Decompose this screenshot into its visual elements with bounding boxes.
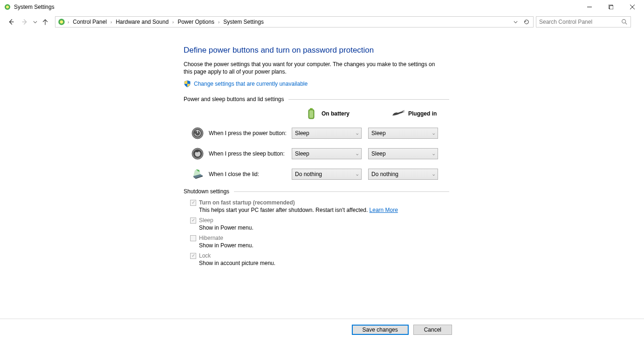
checkbox-label: Sleep [199,217,213,224]
setting-row-power-button: When I press the power button: Sleep⌵ Sl… [184,127,449,140]
plug-icon [391,107,404,120]
select-power-plugged[interactable]: Sleep⌵ [368,128,438,139]
column-header-plugged: Plugged in [391,107,437,120]
page-heading: Define power buttons and turn on passwor… [184,46,452,55]
cancel-button[interactable]: Cancel [413,325,452,335]
breadcrumb-separator[interactable]: › [67,20,70,25]
checkbox-label: Lock [199,252,211,259]
chevron-down-icon: ⌵ [432,151,435,156]
refresh-button[interactable] [521,17,532,27]
forward-button[interactable] [18,15,31,28]
setting-label: When I close the lid: [209,171,292,177]
setting-label: When I press the power button: [209,130,292,136]
column-header-label: Plugged in [408,110,437,117]
checkbox[interactable] [190,235,196,241]
footer: Save changes Cancel [0,319,644,340]
checkbox-description: Show in Power menu. [199,224,449,231]
column-header-battery: On battery [305,107,349,120]
checkbox-description: Show in account picture menu. [199,260,449,266]
breadcrumb-item[interactable]: System Settings [220,19,267,25]
checkbox-row-lock: Lock Show in account picture menu. [190,252,449,266]
svg-rect-16 [309,110,313,118]
power-icon [191,127,204,140]
chevron-down-icon: ⌵ [356,131,358,136]
column-header-label: On battery [322,110,349,117]
shield-icon [184,80,191,88]
checkbox-row-sleep: Sleep Show in Power menu. [190,217,449,231]
content-area: Define power buttons and turn on passwor… [0,30,452,266]
checkbox-row-hibernate: Hibernate Show in Power menu. [190,235,449,249]
breadcrumb-item[interactable]: Hardware and Sound [113,19,171,25]
up-button[interactable] [39,15,52,28]
breadcrumb-separator[interactable]: › [171,20,175,25]
breadcrumb-separator[interactable]: › [217,20,220,25]
chevron-down-icon: ⌵ [356,151,358,156]
chevron-down-icon[interactable] [514,20,521,24]
setting-row-lid: When I close the lid: Do nothing⌵ Do not… [184,168,449,181]
search-icon[interactable] [621,19,628,25]
maximize-button[interactable] [600,0,622,14]
recent-locations-button[interactable] [32,17,38,27]
admin-link[interactable]: Change settings that are currently unava… [194,81,308,87]
svg-point-11 [60,20,63,24]
breadcrumb-separator[interactable]: › [110,20,113,25]
select-lid-plugged[interactable]: Do nothing⌵ [368,169,438,180]
svg-rect-4 [610,6,613,9]
chevron-down-icon: ⌵ [432,131,435,136]
section-title: Shutdown settings [184,188,229,195]
save-button[interactable]: Save changes [352,325,409,335]
checkbox-row-fast-startup: Turn on fast startup (recommended) This … [190,199,449,213]
checkbox[interactable] [190,200,196,206]
control-panel-icon [57,18,66,26]
checkbox-label: Turn on fast startup (recommended) [199,199,295,206]
breadcrumb-item[interactable]: Power Options [175,19,217,25]
sleep-icon [191,147,204,160]
checkbox-label: Hibernate [199,235,223,241]
setting-label: When I press the sleep button: [209,150,292,157]
titlebar: System Settings [0,0,644,14]
divider [234,191,449,192]
svg-point-1 [6,6,9,8]
checkbox[interactable] [190,218,196,224]
navbar: › Control Panel › Hardware and Sound › P… [0,14,644,30]
svg-line-17 [402,110,404,111]
app-icon [4,3,11,11]
checkbox[interactable] [190,253,196,259]
window-title: System Settings [14,4,579,10]
checkbox-description: This helps start your PC faster after sh… [199,207,449,213]
select-sleep-plugged[interactable]: Sleep⌵ [368,148,438,159]
select-lid-battery[interactable]: Do nothing⌵ [292,169,362,180]
section-title: Power and sleep buttons and lid settings [184,96,284,102]
battery-icon [305,107,318,120]
search-box[interactable] [536,16,631,27]
address-bar[interactable]: › Control Panel › Hardware and Sound › P… [55,16,534,27]
back-button[interactable] [5,15,18,28]
svg-line-13 [625,23,627,25]
minimize-button[interactable] [579,0,600,14]
svg-point-12 [622,20,626,23]
select-power-battery[interactable]: Sleep⌵ [292,128,362,139]
page-description: Choose the power settings that you want … [184,61,445,75]
chevron-down-icon: ⌵ [432,172,435,177]
close-button[interactable] [622,0,643,14]
laptop-icon [191,168,204,181]
chevron-down-icon: ⌵ [356,172,358,177]
divider [288,99,449,100]
search-input[interactable] [539,19,621,25]
setting-row-sleep-button: When I press the sleep button: Sleep⌵ Sl… [184,147,449,160]
breadcrumb-item[interactable]: Control Panel [70,19,110,25]
select-sleep-battery[interactable]: Sleep⌵ [292,148,362,159]
checkbox-description: Show in Power menu. [199,242,449,249]
learn-more-link[interactable]: Learn More [370,207,398,213]
svg-line-18 [403,111,404,112]
